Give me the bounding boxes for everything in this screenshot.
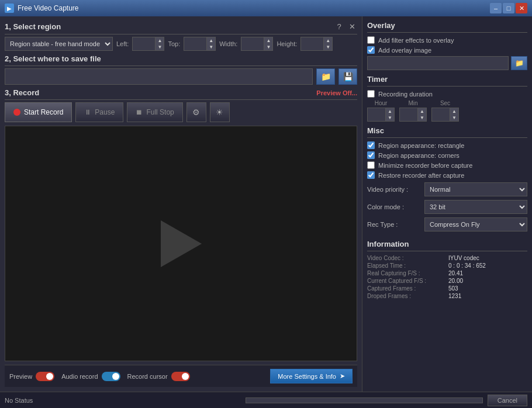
filter-effects-label: Add filter effects to overlay [378, 37, 454, 44]
min-field: Min 0 ▲ ▼ [399, 100, 427, 122]
hour-label: Hour [375, 100, 388, 106]
real-capturing-key: Real Capturing F/S : [367, 270, 446, 276]
section1-close-icon[interactable]: ✕ [347, 21, 357, 32]
browse-folder-button[interactable]: 📁 [316, 68, 335, 85]
section1-header: 1, Select region ? ✕ [5, 21, 357, 34]
preview-status: Preview Off... [316, 89, 357, 96]
top-spinbox: 0 ▲ ▼ [184, 37, 216, 51]
left-input[interactable]: 0 [132, 37, 156, 51]
save-button[interactable]: 💾 [338, 68, 357, 85]
width-label: Width: [219, 40, 237, 47]
height-input[interactable]: 300 [300, 37, 324, 51]
color-mode-select[interactable]: 8 bit 16 bit 24 bit 32 bit [424, 200, 527, 214]
video-codec-key: Video Codec : [367, 255, 446, 261]
hour-down[interactable]: ▼ [386, 115, 394, 121]
overlay-image-label: Add overlay image [378, 47, 431, 54]
height-label: Height: [277, 40, 297, 47]
filter-effects-checkbox[interactable] [367, 36, 375, 44]
region-mode-select[interactable]: Region stable - free hand mode Full scre… [5, 37, 113, 51]
help-icon[interactable]: ? [334, 21, 344, 32]
left-down[interactable]: ▼ [156, 44, 164, 50]
region-corners-checkbox[interactable] [367, 151, 375, 159]
start-record-button[interactable]: Start Record [5, 102, 72, 122]
region-rectangle-checkbox[interactable] [367, 141, 375, 149]
sec-label: Sec [440, 100, 450, 106]
captured-frames-key: Captured Frames : [367, 285, 446, 292]
minimize-row: Minimize recorder before capture [367, 161, 527, 169]
misc-title: Misc [367, 126, 527, 138]
minimize-button[interactable]: – [490, 3, 502, 13]
region-corners-row: Region appearance: corners [367, 151, 527, 159]
play-icon [161, 220, 202, 267]
cursor-toggle-group: Record cursor [127, 372, 190, 381]
full-stop-label: Full Stop [146, 108, 174, 116]
current-captured-key: Current Captured F/S : [367, 278, 446, 284]
min-up[interactable]: ▲ [418, 108, 426, 115]
min-input[interactable]: 0 [399, 108, 418, 122]
width-up[interactable]: ▲ [264, 37, 272, 44]
height-up[interactable]: ▲ [324, 37, 332, 44]
more-settings-button[interactable]: More Settings & Info ➤ [270, 369, 353, 383]
pause-button[interactable]: ⏸ Pause [75, 102, 123, 122]
recording-duration-row: Recording duration [367, 90, 527, 98]
width-input[interactable]: 300 [241, 37, 264, 51]
app-icon: ▶ [5, 4, 14, 13]
height-down[interactable]: ▼ [324, 44, 332, 50]
current-captured-val: 20.00 [448, 278, 527, 284]
file-row: E:\output\Capture.avi 📁 💾 [5, 68, 357, 85]
timer-title: Timer [367, 75, 527, 87]
width-down[interactable]: ▼ [264, 44, 272, 50]
top-down[interactable]: ▼ [207, 44, 215, 50]
top-arrows: ▲ ▼ [207, 37, 216, 51]
overlay-image-row: Add overlay image [367, 46, 527, 54]
recording-duration-checkbox[interactable] [367, 90, 375, 98]
region-rectangle-label: Region appearance: rectangle [378, 142, 464, 149]
cursor-toggle[interactable] [171, 372, 190, 381]
top-up[interactable]: ▲ [207, 37, 215, 44]
more-settings-label: More Settings & Info [278, 373, 336, 380]
hour-up[interactable]: ▲ [386, 108, 394, 115]
sec-up[interactable]: ▲ [450, 108, 458, 115]
top-label: Top: [168, 40, 180, 47]
overlay-browse-icon: 📁 [515, 59, 524, 67]
overlay-path-input[interactable]: C:\Users\Public\Pictures\Sample Pictures… [367, 56, 509, 70]
file-path-input[interactable]: E:\output\Capture.avi [5, 68, 313, 85]
dropped-frames-val: 1231 [448, 293, 527, 299]
top-input[interactable]: 0 [184, 37, 207, 51]
restore-label: Restore recorder after capture [378, 172, 464, 179]
audio-label: Audio record [61, 373, 98, 380]
audio-toggle-group: Audio record [61, 372, 120, 381]
section2-header: 2, Select where to save file [5, 54, 357, 66]
height-spinbox: 300 ▲ ▼ [300, 37, 333, 51]
rec-type-select[interactable]: Compress On Fly Uncompressed VFW [424, 217, 527, 231]
cancel-button[interactable]: Cancel [488, 395, 527, 406]
section2-title: 2, Select where to save file [5, 54, 101, 63]
restore-checkbox[interactable] [367, 171, 375, 179]
hour-input[interactable]: 0 [367, 108, 386, 122]
settings-icon: ⚙ [192, 108, 200, 117]
maximize-button[interactable]: □ [503, 3, 514, 13]
min-label: Min [408, 100, 417, 106]
brightness-button[interactable]: ☀ [210, 102, 230, 122]
settings-button[interactable]: ⚙ [186, 102, 206, 122]
sec-down[interactable]: ▼ [450, 115, 458, 121]
min-spinbox: 0 ▲ ▼ [399, 108, 427, 122]
preview-toggle[interactable] [36, 372, 54, 381]
minimize-checkbox[interactable] [367, 161, 375, 169]
full-stop-button[interactable]: ⏹ Full Stop [127, 102, 182, 122]
sec-input[interactable]: 0 [431, 108, 450, 122]
close-button[interactable]: ✕ [516, 3, 527, 13]
region-row: Region stable - free hand mode Full scre… [5, 37, 357, 51]
min-down[interactable]: ▼ [418, 115, 426, 121]
video-priority-select[interactable]: Idle Below Normal Normal Above Normal Hi… [424, 182, 527, 196]
video-priority-label: Video priority : [367, 186, 420, 193]
captured-frames-val: 503 [448, 285, 527, 292]
overlay-image-checkbox[interactable] [367, 46, 375, 54]
app-title: Free Video Capture [18, 4, 490, 12]
overlay-browse-button[interactable]: 📁 [511, 56, 527, 70]
left-up[interactable]: ▲ [156, 37, 164, 44]
audio-toggle[interactable] [102, 372, 120, 381]
overlay-section: Overlay Add filter effects to overlay Ad… [367, 21, 527, 70]
title-bar: ▶ Free Video Capture – □ ✕ [0, 0, 532, 16]
cursor-label: Record cursor [127, 373, 168, 380]
